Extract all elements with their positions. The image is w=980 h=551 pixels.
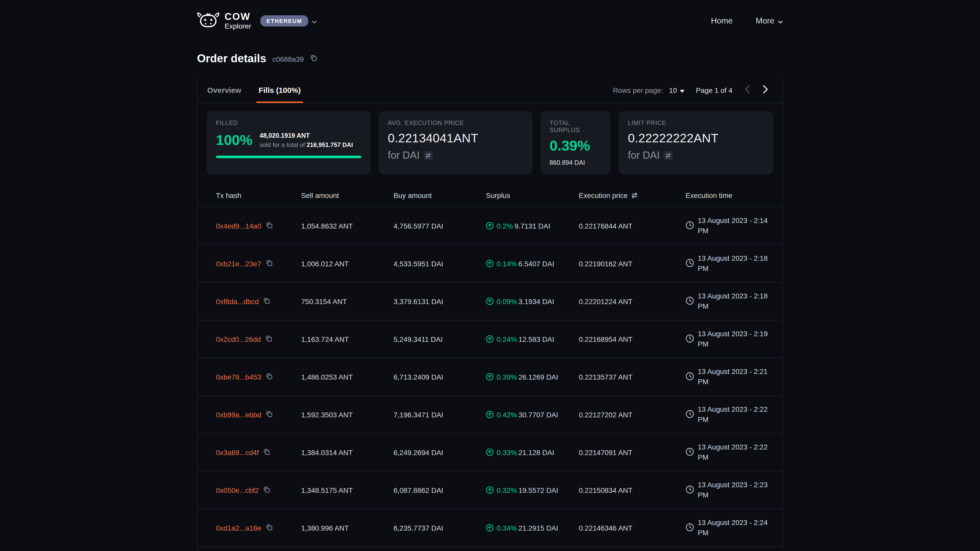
total-surplus-label: TOTAL SURPLUS — [549, 119, 601, 134]
surplus-amount: 30.7707 DAI — [518, 410, 558, 419]
copy-icon — [263, 448, 270, 457]
surplus-percent: 0.24% — [496, 335, 517, 343]
execution-price-cell: 0.22146346 ANT — [579, 524, 686, 532]
surplus-cell: 0.32% 19.5572 DAI — [486, 486, 579, 494]
execution-time-text: 13 August 2023 - 2:18 PM — [698, 291, 780, 311]
previous-page-button[interactable] — [741, 83, 753, 97]
swap-price-icon[interactable] — [664, 151, 673, 160]
table-row: 0xbe78...b453 1,486.0253 ANT 6,713.2409 … — [197, 358, 783, 396]
copy-order-id-button[interactable] — [310, 54, 318, 63]
sell-amount-cell: 1,054.8632 ANT — [301, 222, 393, 230]
execution-time-cell: 13 August 2023 - 2:22 PM — [686, 405, 780, 424]
tx-hash-link[interactable]: 0xb99a...ebbd — [216, 410, 261, 419]
order-id: c0688a39 — [272, 55, 304, 63]
execution-price-cell: 0.22176844 ANT — [579, 222, 686, 230]
surplus-cell: 0.24% 12.583 DAI — [486, 335, 579, 343]
copy-tx-hash-button[interactable] — [263, 297, 270, 306]
chevron-right-icon — [762, 85, 768, 95]
execution-time-cell: 13 August 2023 - 2:18 PM — [686, 291, 780, 311]
table-row: 0xb21e...23e7 1,006.012 ANT 4,533.5951 D… — [197, 245, 783, 283]
copy-icon — [266, 523, 273, 532]
swap-price-units-icon[interactable] — [631, 192, 638, 199]
sell-amount-cell: 1,006.012 ANT — [301, 259, 393, 268]
copy-tx-hash-button[interactable] — [266, 410, 273, 419]
next-page-button[interactable] — [759, 83, 771, 97]
filled-card: FILLED 100% 48,020.1919 ANT sold for a t… — [207, 111, 371, 175]
rows-per-page-select[interactable]: 10 — [669, 86, 685, 94]
limit-price-label: LIMIT PRICE — [628, 119, 764, 127]
tx-hash-link[interactable]: 0x3a69...cd4f — [216, 448, 259, 456]
surplus-percent: 0.2% — [496, 222, 513, 230]
copy-tx-hash-button[interactable] — [265, 334, 272, 344]
buy-amount-cell: 3,379.6131 DAI — [393, 297, 486, 305]
surplus-cell: 0.39% 26.1269 DAI — [486, 373, 579, 381]
tab-overview[interactable]: Overview — [199, 78, 250, 103]
execution-time-cell: 13 August 2023 - 2:18 PM — [686, 254, 780, 273]
tx-hash-link[interactable]: 0x050e...cbf2 — [216, 486, 259, 494]
execution-time-cell: 13 August 2023 - 2:21 PM — [686, 367, 780, 387]
copy-tx-hash-button[interactable] — [266, 221, 273, 230]
limit-price-card: LIMIT PRICE 0.22222222ANT for DAI — [619, 111, 773, 175]
page-status: Page 1 of 4 — [696, 86, 732, 94]
copy-icon — [266, 410, 273, 419]
chevron-left-icon — [745, 85, 750, 95]
copy-icon — [263, 297, 270, 306]
execution-time-cell: 13 August 2023 - 2:24 PM — [686, 518, 780, 538]
nav-home[interactable]: Home — [711, 16, 733, 25]
copy-tx-hash-button[interactable] — [266, 372, 273, 381]
buy-amount-cell: 5,249.3411 DAI — [393, 335, 486, 343]
sell-amount-cell: 1,380.996 ANT — [301, 524, 393, 532]
tab-fills[interactable]: Fills (100%) — [250, 78, 309, 103]
column-execution-time: Execution time — [686, 191, 776, 199]
logo[interactable]: COW Explorer — [197, 12, 251, 30]
tx-hash-link[interactable]: 0xf8da...dbcd — [216, 297, 259, 305]
sell-amount-cell: 1,592.3503 ANT — [301, 410, 393, 419]
surplus-amount: 26.1269 DAI — [518, 373, 558, 381]
execution-price-cell: 0.22127202 ANT — [579, 410, 686, 419]
tx-hash-link[interactable]: 0x2cd0...26dd — [216, 335, 261, 343]
clock-icon — [686, 523, 694, 533]
column-sell-amount: Sell amount — [301, 191, 393, 199]
surplus-up-icon — [486, 297, 493, 305]
table-row: 0x2cd0...26dd 1,163.724 ANT 5,249.3411 D… — [197, 321, 783, 358]
tx-hash-cell: 0x050e...cbf2 — [216, 486, 301, 495]
tx-hash-link[interactable]: 0xbe78...b453 — [216, 373, 261, 381]
tx-hash-link[interactable]: 0xb21e...23e7 — [216, 259, 261, 268]
total-surplus-card: TOTAL SURPLUS 0.39% 860.894 DAI — [540, 111, 611, 175]
top-navigation: Home More — [711, 16, 783, 25]
limit-price-quote: for DAI — [628, 150, 660, 162]
chevron-down-icon — [778, 16, 783, 25]
tx-hash-link[interactable]: 0x4ed9...14a0 — [216, 222, 261, 230]
limit-price-value: 0.22222222ANT — [628, 132, 764, 145]
total-surplus-amount: 860.894 DAI — [549, 159, 601, 166]
filled-progress-bar — [216, 156, 361, 159]
clock-icon — [686, 259, 694, 268]
surplus-percent: 0.34% — [496, 524, 517, 532]
surplus-cell: 0.09% 3.1934 DAI — [486, 297, 579, 305]
copy-icon — [266, 221, 273, 230]
clock-icon — [686, 447, 694, 457]
network-selector[interactable]: ETHEREUM — [260, 15, 317, 27]
copy-tx-hash-button[interactable] — [266, 523, 273, 532]
app-header: COW Explorer ETHEREUM Home More — [0, 0, 980, 35]
swap-price-icon[interactable] — [424, 151, 433, 160]
tx-hash-cell: 0x2cd0...26dd — [216, 334, 301, 344]
buy-amount-cell: 4,533.5951 DAI — [393, 259, 486, 268]
column-execution-price: Execution price — [579, 191, 686, 199]
surplus-up-icon — [486, 486, 493, 494]
surplus-percent: 0.09% — [496, 297, 517, 305]
execution-time-text: 13 August 2023 - 2:14 PM — [698, 216, 780, 236]
execution-price-cell: 0.22168954 ANT — [579, 335, 686, 343]
copy-tx-hash-button[interactable] — [263, 486, 270, 495]
copy-tx-hash-button[interactable] — [263, 448, 270, 457]
fills-table-header: Tx hash Sell amount Buy amount Surplus E… — [197, 184, 783, 207]
network-badge: ETHEREUM — [260, 15, 308, 27]
chevron-down-icon — [312, 16, 317, 25]
cow-logo-icon — [197, 12, 220, 30]
copy-tx-hash-button[interactable] — [266, 259, 273, 268]
surplus-amount: 21.128 DAI — [518, 448, 554, 456]
tx-hash-link[interactable]: 0xd1a2...a18e — [216, 524, 261, 532]
surplus-percent: 0.33% — [496, 448, 517, 456]
avg-price-label: AVG. EXECUTION PRICE — [388, 119, 523, 127]
nav-more[interactable]: More — [756, 16, 783, 25]
